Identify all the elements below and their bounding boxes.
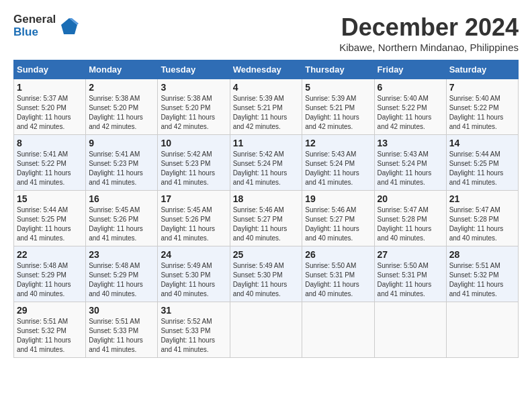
calendar-week-2: 8Sunrise: 5:41 AM Sunset: 5:22 PM Daylig… <box>14 135 519 191</box>
day-info: Sunrise: 5:38 AM Sunset: 5:20 PM Dayligh… <box>89 94 154 132</box>
calendar-cell: 28Sunrise: 5:51 AM Sunset: 5:32 PM Dayli… <box>446 246 518 302</box>
day-info: Sunrise: 5:47 AM Sunset: 5:28 PM Dayligh… <box>449 205 515 243</box>
calendar-week-4: 22Sunrise: 5:48 AM Sunset: 5:29 PM Dayli… <box>14 246 519 302</box>
day-number: 5 <box>305 82 371 93</box>
col-thursday: Thursday <box>302 60 374 79</box>
logo: General Blue <box>13 13 80 38</box>
day-info: Sunrise: 5:52 AM Sunset: 5:33 PM Dayligh… <box>161 317 226 355</box>
day-info: Sunrise: 5:51 AM Sunset: 5:32 PM Dayligh… <box>17 317 83 355</box>
day-number: 15 <box>17 193 83 204</box>
day-number: 8 <box>17 138 83 148</box>
calendar-cell <box>302 302 374 358</box>
col-sunday: Sunday <box>14 60 86 79</box>
calendar-week-5: 29Sunrise: 5:51 AM Sunset: 5:32 PM Dayli… <box>14 302 519 358</box>
day-info: Sunrise: 5:46 AM Sunset: 5:27 PM Dayligh… <box>305 205 371 243</box>
day-number: 16 <box>89 193 154 204</box>
col-wednesday: Wednesday <box>230 60 302 79</box>
day-info: Sunrise: 5:37 AM Sunset: 5:20 PM Dayligh… <box>17 94 83 132</box>
day-number: 18 <box>233 193 300 204</box>
day-info: Sunrise: 5:48 AM Sunset: 5:29 PM Dayligh… <box>89 261 154 299</box>
col-monday: Monday <box>86 60 158 79</box>
calendar-cell: 10Sunrise: 5:42 AM Sunset: 5:23 PM Dayli… <box>158 135 230 191</box>
location-title: Kibawe, Northern Mindanao, Philippines <box>339 42 519 53</box>
day-info: Sunrise: 5:49 AM Sunset: 5:30 PM Dayligh… <box>161 261 226 299</box>
day-info: Sunrise: 5:47 AM Sunset: 5:28 PM Dayligh… <box>378 205 443 243</box>
calendar-cell: 4Sunrise: 5:39 AM Sunset: 5:21 PM Daylig… <box>230 79 302 135</box>
logo-general: General <box>13 13 56 26</box>
day-number: 13 <box>378 138 443 148</box>
day-number: 14 <box>449 138 515 148</box>
day-info: Sunrise: 5:45 AM Sunset: 5:26 PM Dayligh… <box>161 205 226 243</box>
day-info: Sunrise: 5:39 AM Sunset: 5:21 PM Dayligh… <box>305 94 371 132</box>
day-number: 10 <box>161 138 226 148</box>
day-info: Sunrise: 5:51 AM Sunset: 5:33 PM Dayligh… <box>89 317 154 355</box>
day-info: Sunrise: 5:43 AM Sunset: 5:24 PM Dayligh… <box>378 150 443 187</box>
day-number: 28 <box>449 249 515 260</box>
header: General Blue December 2024 Kibawe, North… <box>13 13 519 53</box>
day-info: Sunrise: 5:39 AM Sunset: 5:21 PM Dayligh… <box>233 94 300 132</box>
calendar-cell: 27Sunrise: 5:50 AM Sunset: 5:31 PM Dayli… <box>374 246 446 302</box>
calendar-cell: 14Sunrise: 5:44 AM Sunset: 5:25 PM Dayli… <box>446 135 518 191</box>
day-number: 26 <box>305 249 371 260</box>
day-info: Sunrise: 5:45 AM Sunset: 5:26 PM Dayligh… <box>89 205 154 243</box>
day-number: 4 <box>233 82 300 93</box>
day-info: Sunrise: 5:51 AM Sunset: 5:32 PM Dayligh… <box>449 261 515 299</box>
calendar-cell <box>230 302 302 358</box>
calendar-cell: 24Sunrise: 5:49 AM Sunset: 5:30 PM Dayli… <box>158 246 230 302</box>
day-info: Sunrise: 5:50 AM Sunset: 5:31 PM Dayligh… <box>378 261 443 299</box>
calendar-week-1: 1Sunrise: 5:37 AM Sunset: 5:20 PM Daylig… <box>14 79 519 135</box>
calendar-cell <box>374 302 446 358</box>
title-area: December 2024 Kibawe, Northern Mindanao,… <box>339 13 519 53</box>
day-number: 25 <box>233 249 300 260</box>
day-number: 19 <box>305 193 371 204</box>
day-number: 2 <box>89 82 154 93</box>
day-number: 31 <box>161 305 226 316</box>
col-saturday: Saturday <box>446 60 518 79</box>
calendar-cell <box>446 302 518 358</box>
calendar-cell: 12Sunrise: 5:43 AM Sunset: 5:24 PM Dayli… <box>302 135 374 191</box>
day-info: Sunrise: 5:49 AM Sunset: 5:30 PM Dayligh… <box>233 261 300 299</box>
calendar-week-3: 15Sunrise: 5:44 AM Sunset: 5:25 PM Dayli… <box>14 191 519 246</box>
calendar-cell: 3Sunrise: 5:38 AM Sunset: 5:20 PM Daylig… <box>158 79 230 135</box>
logo-icon <box>58 15 80 37</box>
calendar-cell: 18Sunrise: 5:46 AM Sunset: 5:27 PM Dayli… <box>230 191 302 246</box>
calendar-cell: 29Sunrise: 5:51 AM Sunset: 5:32 PM Dayli… <box>14 302 86 358</box>
calendar-cell: 23Sunrise: 5:48 AM Sunset: 5:29 PM Dayli… <box>86 246 158 302</box>
calendar-cell: 16Sunrise: 5:45 AM Sunset: 5:26 PM Dayli… <box>86 191 158 246</box>
col-tuesday: Tuesday <box>158 60 230 79</box>
day-number: 12 <box>305 138 371 148</box>
calendar-cell: 5Sunrise: 5:39 AM Sunset: 5:21 PM Daylig… <box>302 79 374 135</box>
calendar-cell: 26Sunrise: 5:50 AM Sunset: 5:31 PM Dayli… <box>302 246 374 302</box>
calendar-cell: 9Sunrise: 5:41 AM Sunset: 5:23 PM Daylig… <box>86 135 158 191</box>
day-info: Sunrise: 5:38 AM Sunset: 5:20 PM Dayligh… <box>161 94 226 132</box>
calendar-cell: 31Sunrise: 5:52 AM Sunset: 5:33 PM Dayli… <box>158 302 230 358</box>
calendar-cell: 21Sunrise: 5:47 AM Sunset: 5:28 PM Dayli… <box>446 191 518 246</box>
day-info: Sunrise: 5:46 AM Sunset: 5:27 PM Dayligh… <box>233 205 300 243</box>
day-number: 20 <box>378 193 443 204</box>
calendar-cell: 17Sunrise: 5:45 AM Sunset: 5:26 PM Dayli… <box>158 191 230 246</box>
calendar-cell: 6Sunrise: 5:40 AM Sunset: 5:22 PM Daylig… <box>374 79 446 135</box>
day-info: Sunrise: 5:40 AM Sunset: 5:22 PM Dayligh… <box>449 94 515 132</box>
day-info: Sunrise: 5:44 AM Sunset: 5:25 PM Dayligh… <box>449 150 515 187</box>
calendar-cell: 11Sunrise: 5:42 AM Sunset: 5:24 PM Dayli… <box>230 135 302 191</box>
calendar-header-row: Sunday Monday Tuesday Wednesday Thursday… <box>14 60 519 79</box>
day-number: 11 <box>233 138 300 148</box>
day-info: Sunrise: 5:41 AM Sunset: 5:23 PM Dayligh… <box>89 150 154 187</box>
day-info: Sunrise: 5:43 AM Sunset: 5:24 PM Dayligh… <box>305 150 371 187</box>
day-info: Sunrise: 5:44 AM Sunset: 5:25 PM Dayligh… <box>17 205 83 243</box>
day-number: 29 <box>17 305 83 316</box>
day-info: Sunrise: 5:40 AM Sunset: 5:22 PM Dayligh… <box>378 94 443 132</box>
day-number: 21 <box>449 193 515 204</box>
day-number: 23 <box>89 249 154 260</box>
calendar-cell: 22Sunrise: 5:48 AM Sunset: 5:29 PM Dayli… <box>14 246 86 302</box>
calendar-cell: 13Sunrise: 5:43 AM Sunset: 5:24 PM Dayli… <box>374 135 446 191</box>
logo-blue: Blue <box>13 26 38 38</box>
col-friday: Friday <box>374 60 446 79</box>
day-info: Sunrise: 5:50 AM Sunset: 5:31 PM Dayligh… <box>305 261 371 299</box>
day-number: 27 <box>378 249 443 260</box>
day-number: 7 <box>449 82 515 93</box>
day-info: Sunrise: 5:42 AM Sunset: 5:23 PM Dayligh… <box>161 150 226 187</box>
day-number: 1 <box>17 82 83 93</box>
calendar-cell: 2Sunrise: 5:38 AM Sunset: 5:20 PM Daylig… <box>86 79 158 135</box>
calendar-cell: 19Sunrise: 5:46 AM Sunset: 5:27 PM Dayli… <box>302 191 374 246</box>
